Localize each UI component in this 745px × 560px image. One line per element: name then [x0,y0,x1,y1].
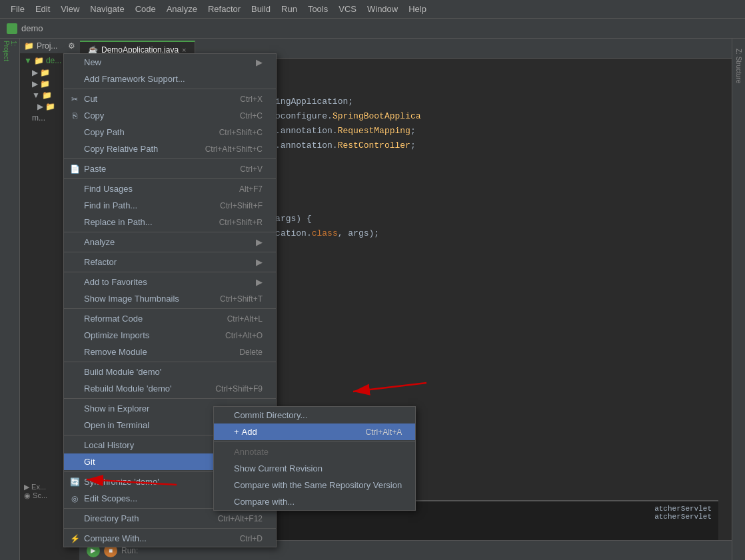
menu-item-optimize[interactable]: Optimize Imports Ctrl+Alt+O [64,327,276,344]
title-bar: demo [0,19,745,39]
menu-item-show-thumbnails[interactable]: Show Image Thumbnails Ctrl+Shift+T [64,290,276,307]
add-plus-icon: + [234,427,239,437]
menu-item-replace-path-label: Replace in Path... [84,217,206,227]
ex-item: ▶ Ex... [24,483,47,491]
submenu-item-compare-with[interactable]: Compare with... [214,493,415,510]
submenu-compare-with-label: Compare with... [234,497,402,507]
separator-5 [64,252,276,252]
menu-item-copy[interactable]: ⎘ Copy Ctrl+C [64,107,276,124]
submenu-item-annotate: Annotate [214,443,415,460]
submenu-item-compare-same[interactable]: Compare with the Same Repository Version [214,477,415,493]
submenu-item-add[interactable]: + Add Ctrl+Alt+A [214,423,415,440]
menu-item-find-usages-shortcut: Alt+F7 [239,184,263,194]
structure-label[interactable]: Z: Structure [735,49,742,83]
menu-item-remove-module-shortcut: Delete [239,348,263,357]
submenu-separator-1 [214,441,415,442]
sidebar-stripe: 1: Project [0,39,20,560]
menu-item-rebuild-module[interactable]: Rebuild Module 'demo' Ctrl+Shift+F9 [64,380,276,397]
project-expand-icon: ⚙ [68,41,75,51]
sc-item: ◉ Sc... [24,491,47,500]
menu-item-analyze-label: Analyze [84,237,251,247]
menu-item-remove-module[interactable]: Remove Module Delete [64,344,276,360]
menu-item-reformat-shortcut: Ctrl+Alt+L [227,314,263,324]
menu-item-rebuild-module-label: Rebuild Module 'demo' [84,384,202,394]
submenu-compare-same-label: Compare with the Same Repository Version [234,480,402,490]
menu-item-copy-label: Copy [84,111,227,121]
app-title: demo [21,23,43,33]
menu-item-rebuild-module-shortcut: Ctrl+Shift+F9 [215,384,263,394]
menu-item-refactor-label: Refactor [84,257,251,267]
menu-item-find-path-label: Find in Path... [84,200,207,210]
menu-analyze[interactable]: Analyze [161,3,203,15]
menu-edit[interactable]: Edit [30,3,55,15]
menu-item-build-module[interactable]: Build Module 'demo' [64,364,276,380]
menu-item-reformat-label: Reformat Code [84,314,214,324]
submenu-add-label: Add [242,427,353,437]
submenu-add-shortcut: Ctrl+Alt+A [366,427,402,437]
menu-item-replace-path[interactable]: Replace in Path... Ctrl+Shift+R [64,214,276,230]
project-label: Proj... [37,41,57,51]
menu-help[interactable]: Help [403,3,432,15]
menu-item-copy-path-shortcut: Ctrl+Shift+C [219,128,263,137]
menu-item-find-path-shortcut: Ctrl+Shift+F [220,201,263,210]
menu-file[interactable]: File [5,3,30,15]
menu-tools[interactable]: Tools [303,3,333,15]
separator-7 [64,308,276,309]
menu-item-analyze[interactable]: Analyze ▶ [64,234,276,250]
menu-window[interactable]: Window [362,3,403,15]
menu-item-copy-path-label: Copy Path [84,127,206,137]
menu-item-copy-relative[interactable]: Copy Relative Path Ctrl+Alt+Shift+C [64,140,276,157]
menu-item-refactor[interactable]: Refactor ▶ [64,254,276,270]
menu-item-directory-path-shortcut: Ctrl+Alt+F12 [218,514,263,523]
menu-code[interactable]: Code [130,3,161,15]
menu-item-find-usages-label: Find Usages [84,184,226,194]
menu-refactor[interactable]: Refactor [203,3,246,15]
menu-item-optimize-label: Optimize Imports [84,330,212,340]
menu-item-cut-label: Cut [84,94,227,104]
menu-item-compare-with[interactable]: ⚡ Compare With... Ctrl+D [64,530,276,547]
menu-build[interactable]: Build [246,3,276,15]
project-bottom: ▶ Ex... ◉ Sc... [24,483,47,500]
submenu-item-commit[interactable]: Commit Directory... [214,407,415,423]
menu-item-new[interactable]: New ▶ [64,54,276,71]
project-icon: 📁 [24,41,34,51]
sidebar-project-tab[interactable]: 1: Project [1,42,19,61]
menu-item-reformat[interactable]: Reformat Code Ctrl+Alt+L [64,310,276,327]
menu-item-build-module-label: Build Module 'demo' [84,367,263,377]
menu-item-paste[interactable]: 📄 Paste Ctrl+V [64,160,276,177]
menu-item-show-thumbnails-label: Show Image Thumbnails [84,294,207,304]
menu-item-add-favorites-arrow: ▶ [256,277,263,287]
menu-navigate[interactable]: Navigate [85,3,129,15]
menu-item-add-favorites[interactable]: Add to Favorites ▶ [64,274,276,290]
menu-item-cut[interactable]: ✂ Cut Ctrl+X [64,91,276,107]
menu-item-directory-path[interactable]: Directory Path Ctrl+Alt+F12 [64,510,276,527]
menu-run[interactable]: Run [276,3,303,15]
menu-item-find-path[interactable]: Find in Path... Ctrl+Shift+F [64,197,276,214]
paste-icon: 📄 [69,164,80,174]
submenu-item-show-revision[interactable]: Show Current Revision [214,460,415,477]
menu-view[interactable]: View [55,3,85,15]
separator-13 [64,528,276,529]
menu-item-find-usages[interactable]: Find Usages Alt+F7 [64,180,276,197]
compare-icon: ⚡ [69,533,80,544]
menu-item-refactor-arrow: ▶ [256,257,263,267]
separator-9 [64,398,276,399]
menu-item-optimize-shortcut: Ctrl+Alt+O [225,331,263,340]
separator-1 [64,89,276,89]
menu-item-copy-path[interactable]: Copy Path Ctrl+Shift+C [64,124,276,140]
menu-vcs[interactable]: VCS [333,3,362,15]
menu-item-new-arrow: ▶ [256,57,263,67]
separator-3 [64,178,276,179]
separator-8 [64,362,276,362]
menu-item-replace-path-shortcut: Ctrl+Shift+R [219,218,263,227]
project-panel-header: 📁 Proj... ⚙ [20,39,79,53]
menu-item-add-framework[interactable]: Add Framework Support... [64,71,276,87]
separator-6 [64,272,276,272]
menu-item-add-framework-label: Add Framework Support... [84,74,263,84]
app-icon [7,23,17,34]
menu-item-paste-label: Paste [84,164,227,174]
git-submenu: Commit Directory... + Add Ctrl+Alt+A Ann… [213,406,416,511]
copy-icon: ⎘ [69,111,80,121]
scopes-icon: ◎ [69,493,80,504]
separator-4 [64,232,276,232]
